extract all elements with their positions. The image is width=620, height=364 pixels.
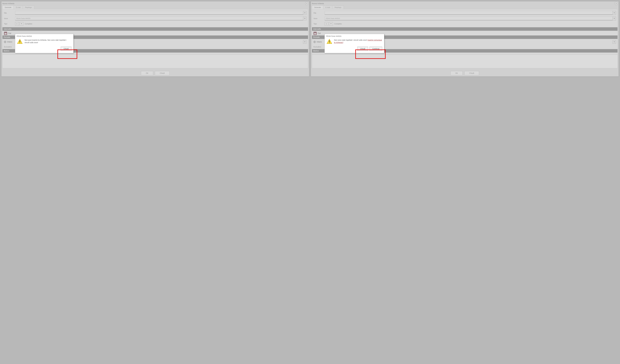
chevron-down-icon bbox=[304, 42, 305, 42]
alert-title: FEHH Ferie HH/GG bbox=[15, 34, 73, 38]
tipo-code-field[interactable]: C bbox=[325, 22, 328, 26]
motivo-textarea[interactable] bbox=[312, 54, 618, 68]
confirm-message-plain: Non sono stati rispettati i vincoli sull… bbox=[334, 39, 368, 41]
tipo-dropdown-button[interactable] bbox=[329, 22, 333, 26]
dip-label: Dip. bbox=[313, 12, 325, 14]
svg-rect-2 bbox=[20, 43, 20, 43]
radio-intero-label: Intero bbox=[317, 41, 322, 43]
titlebar: Nuova richiesta ✕ bbox=[1, 1, 309, 6]
alert-close-button[interactable]: Chiudi bbox=[61, 47, 71, 51]
titlebar: Nuova richiesta ✕ bbox=[311, 1, 619, 6]
close-icon: ✕ bbox=[616, 3, 617, 4]
radio-intero[interactable] bbox=[313, 41, 316, 43]
alert-dialog: FEHH Ferie HH/GG Non puoi inserire la ri… bbox=[15, 34, 74, 53]
dal-label: Dal bbox=[318, 32, 321, 34]
tipo-dropdown-button[interactable] bbox=[20, 22, 23, 26]
dip-field[interactable] bbox=[15, 11, 303, 15]
window-close-button[interactable]: ✕ bbox=[305, 2, 308, 5]
period-dropdown-button[interactable] bbox=[303, 40, 307, 44]
section-intervallo: Intervallo bbox=[2, 27, 308, 31]
right-window: Nuova richiesta ✕ Generale E-mail Riepil… bbox=[311, 1, 619, 77]
section-intervallo: Intervallo bbox=[312, 27, 618, 31]
tipo-text: Completo bbox=[334, 23, 342, 25]
chevron-down-icon bbox=[304, 18, 305, 19]
dip-dropdown-button[interactable] bbox=[303, 11, 307, 15]
period-dropdown-button[interactable] bbox=[613, 40, 616, 44]
tipo-label: Tipo bbox=[4, 23, 15, 25]
confirm-title: FEHH Ferie HH/GG bbox=[325, 34, 384, 38]
tab-generale[interactable]: Generale bbox=[312, 6, 323, 9]
chevron-down-icon bbox=[21, 23, 22, 24]
voce-dropdown-button[interactable] bbox=[613, 17, 616, 20]
voce-label: Voce bbox=[4, 17, 15, 19]
tipo-label: Tipo bbox=[313, 23, 325, 25]
tab-email[interactable]: E-mail bbox=[14, 6, 23, 9]
confirm-dialog: FEHH Ferie HH/GG Non sono stati rispetta… bbox=[325, 34, 384, 53]
voce-field[interactable]: FEHH Ferie HH/GG bbox=[325, 16, 613, 20]
calendar-icon[interactable] bbox=[313, 32, 317, 35]
svg-rect-1 bbox=[20, 40, 20, 42]
chevron-down-icon bbox=[304, 13, 305, 13]
voce-label: Voce bbox=[313, 17, 325, 19]
radio-intero-label: Intero bbox=[7, 41, 12, 43]
chevron-down-icon bbox=[614, 13, 615, 13]
warning-icon bbox=[327, 39, 332, 44]
close-icon: ✕ bbox=[306, 3, 307, 4]
tabs: Generale E-mail Riepilogo bbox=[1, 6, 309, 9]
tabs: Generale E-mail Riepilogo bbox=[311, 6, 619, 9]
dip-field[interactable] bbox=[325, 11, 613, 15]
dip-dropdown-button[interactable] bbox=[613, 11, 616, 15]
chevron-down-icon bbox=[330, 23, 332, 24]
confirm-continue-button[interactable]: Continua bbox=[370, 47, 382, 51]
motivo-textarea[interactable] bbox=[2, 54, 308, 68]
dal-label: Dal bbox=[8, 32, 11, 34]
tab-email[interactable]: E-mail bbox=[323, 6, 332, 9]
close-button[interactable]: Chiudi bbox=[155, 71, 170, 75]
close-button[interactable]: Chiudi bbox=[464, 71, 479, 75]
chevron-down-icon bbox=[614, 42, 615, 42]
voce-field[interactable]: FEHH Ferie HH/GG bbox=[15, 16, 303, 20]
tab-riepilogo[interactable]: Riepilogo bbox=[332, 6, 344, 9]
ok-button[interactable]: OK bbox=[450, 71, 463, 75]
window-close-button[interactable]: ✕ bbox=[615, 2, 618, 5]
ok-button[interactable]: OK bbox=[141, 71, 153, 75]
svg-rect-4 bbox=[329, 40, 330, 42]
dip-label: Dip. bbox=[4, 12, 15, 14]
svg-rect-5 bbox=[329, 43, 330, 43]
tipo-text: Completo bbox=[25, 23, 32, 25]
tab-generale[interactable]: Generale bbox=[2, 6, 14, 9]
alert-message: Non puoi inserire la richiesta. Non sono… bbox=[25, 39, 71, 44]
warning-icon bbox=[17, 39, 23, 44]
confirm-message: Non sono stati rispettati i vincoli sull… bbox=[334, 39, 382, 44]
voce-dropdown-button[interactable] bbox=[303, 17, 307, 20]
window-title: Nuova richiesta bbox=[312, 2, 324, 4]
radio-intero[interactable] bbox=[4, 41, 6, 43]
window-title: Nuova richiesta bbox=[2, 2, 14, 4]
tipo-code-field[interactable]: C bbox=[15, 22, 19, 26]
chevron-down-icon bbox=[614, 18, 615, 19]
tab-riepilogo[interactable]: Riepilogo bbox=[23, 6, 34, 9]
confirm-close-button[interactable]: Chiudi bbox=[357, 47, 368, 51]
calendar-icon[interactable] bbox=[4, 32, 7, 35]
left-window: Nuova richiesta ✕ Generale E-mail Riepil… bbox=[1, 1, 309, 77]
